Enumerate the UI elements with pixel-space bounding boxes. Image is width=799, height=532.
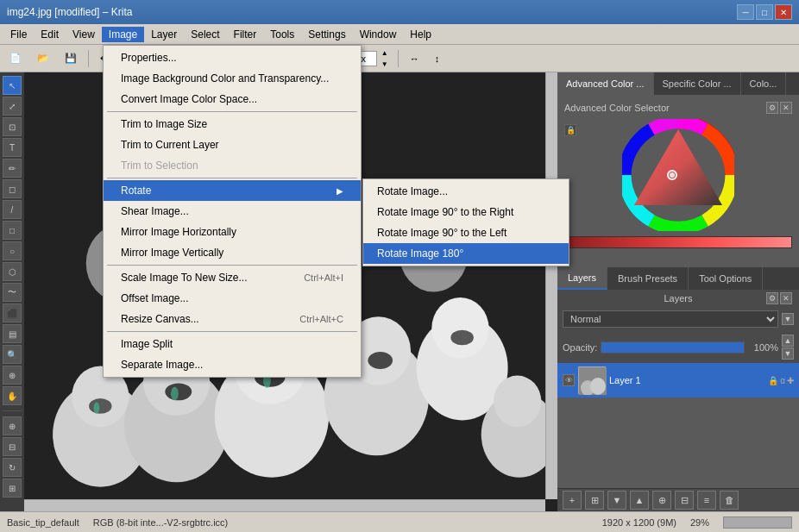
menu-file[interactable]: File: [3, 27, 34, 42]
submenu-rotate-90-left[interactable]: Rotate Image 90° to the Left: [363, 222, 569, 243]
resize-shortcut: Ctrl+Alt+C: [299, 314, 343, 324]
menu-settings[interactable]: Settings: [301, 27, 352, 42]
mirror-h-button[interactable]: ↔: [404, 47, 425, 70]
svg-point-18: [450, 330, 473, 346]
submenu-rotate-90-right[interactable]: Rotate Image 90° to the Right: [363, 202, 569, 222]
menu-layer[interactable]: Layer: [144, 27, 184, 42]
save-button[interactable]: 💾: [59, 47, 83, 70]
size-down-button[interactable]: ▼: [381, 59, 393, 69]
open-button[interactable]: 📂: [31, 47, 55, 70]
submenu-rotate-image[interactable]: Rotate Image...: [363, 181, 569, 202]
tool-line[interactable]: /: [3, 200, 22, 219]
tool-extra2[interactable]: ⊟: [3, 437, 22, 456]
layer-merge-button[interactable]: ⊟: [675, 491, 694, 510]
menu-item-trim-layer[interactable]: Trim to Current Layer: [104, 135, 361, 155]
blend-mode-arrow[interactable]: ▼: [782, 313, 794, 325]
color-wheel-svg: [622, 119, 734, 231]
menu-item-trim-image[interactable]: Trim to Image Size: [104, 114, 361, 135]
mirror-v-button[interactable]: ↕: [429, 47, 446, 70]
tool-freehand[interactable]: 〜: [3, 283, 22, 302]
menu-item-separate-image[interactable]: Separate Image...: [104, 354, 361, 375]
color-panel-settings[interactable]: ⚙: [766, 102, 778, 114]
svg-point-17: [431, 297, 488, 359]
tool-eraser[interactable]: ◻: [3, 179, 22, 198]
tab-brush-presets[interactable]: Brush Presets: [607, 267, 689, 290]
tab-color-extra[interactable]: Colo...: [741, 72, 787, 95]
opacity-row: Opacity: 100% ▲ ▼: [557, 331, 799, 363]
color-lock-button[interactable]: 🔒: [564, 124, 576, 136]
tab-tool-options[interactable]: Tool Options: [689, 267, 763, 290]
layers-settings-button[interactable]: ⚙: [766, 292, 778, 304]
menu-sep-2: [107, 178, 357, 178]
tool-gradient[interactable]: ▤: [3, 324, 22, 343]
menu-item-properties[interactable]: Properties...: [104, 47, 361, 68]
tool-extra3[interactable]: ↻: [3, 458, 22, 477]
tool-cursor[interactable]: ↖: [3, 76, 22, 95]
minimize-button[interactable]: ─: [737, 4, 754, 20]
canvas-scrollbar-vertical[interactable]: [545, 72, 557, 499]
submenu-rotate-180[interactable]: Rotate Image 180°: [363, 243, 569, 264]
tool-polygon[interactable]: ⬡: [3, 262, 22, 281]
tool-extra1[interactable]: ⊕: [3, 416, 22, 435]
menu-help[interactable]: Help: [403, 27, 438, 42]
layer-group-button[interactable]: ⊞: [585, 491, 604, 510]
tool-extra4[interactable]: ⊞: [3, 479, 22, 498]
menu-item-scale[interactable]: Scale Image To New Size... Ctrl+Alt+I: [104, 267, 361, 288]
menu-select[interactable]: Select: [184, 27, 226, 42]
layer-icon-plus: ✚: [787, 376, 794, 385]
tool-fill[interactable]: ⬛: [3, 304, 22, 322]
menu-image[interactable]: Image: [102, 27, 144, 42]
tool-paint[interactable]: ✏: [3, 159, 22, 178]
menu-item-rotate[interactable]: Rotate ▶ Rotate Image... Rotate Image 90…: [104, 180, 361, 201]
menu-window[interactable]: Window: [353, 27, 404, 42]
layer-visibility-icon[interactable]: 👁: [563, 374, 575, 386]
status-zoom: 29%: [690, 517, 709, 528]
menu-item-offset[interactable]: Offset Image...: [104, 288, 361, 309]
menu-item-trim-selection[interactable]: Trim to Selection: [104, 155, 361, 176]
menu-edit[interactable]: Edit: [34, 27, 66, 42]
size-up-button[interactable]: ▲: [381, 47, 393, 58]
tool-ellipse[interactable]: ○: [3, 241, 22, 260]
blend-mode-select[interactable]: Normal: [563, 310, 778, 328]
tab-layers[interactable]: Layers: [557, 267, 607, 290]
tool-color-picker[interactable]: 🔍: [3, 345, 22, 364]
opacity-slider[interactable]: [601, 341, 745, 354]
tool-hand[interactable]: ✋: [3, 386, 22, 405]
tool-crop[interactable]: ⊡: [3, 117, 22, 136]
menu-item-image-split[interactable]: Image Split: [104, 334, 361, 354]
layer-add-button[interactable]: +: [563, 491, 582, 510]
new-button[interactable]: 📄: [3, 47, 28, 70]
opacity-row-label: Opacity:: [563, 342, 597, 353]
zoom-slider[interactable]: [723, 516, 792, 529]
menu-item-convert-color[interactable]: Convert Image Color Space...: [104, 89, 361, 110]
layer-properties-button[interactable]: ≡: [697, 491, 716, 510]
color-wheel-area[interactable]: [622, 119, 734, 231]
menu-item-shear[interactable]: Shear Image...: [104, 201, 361, 222]
layers-close-button[interactable]: ✕: [780, 292, 792, 304]
layer-down-button[interactable]: ▼: [607, 491, 626, 510]
menu-tools[interactable]: Tools: [263, 27, 301, 42]
maximize-button[interactable]: □: [756, 4, 773, 20]
menu-item-resize-canvas[interactable]: Resize Canvas... Ctrl+Alt+C: [104, 309, 361, 329]
tool-transform[interactable]: ⤢: [3, 97, 22, 116]
menu-view[interactable]: View: [66, 27, 102, 42]
tool-rectangle[interactable]: □: [3, 221, 22, 240]
tab-specific-color[interactable]: Specific Color ...: [654, 72, 741, 95]
canvas-scrollbar-horizontal[interactable]: [24, 499, 545, 511]
opacity-down-btn[interactable]: ▼: [782, 347, 794, 360]
color-hue-strip[interactable]: [564, 236, 792, 248]
menu-item-mirror-v[interactable]: Mirror Image Vertically: [104, 242, 361, 263]
menu-item-bg-color[interactable]: Image Background Color and Transparency.…: [104, 68, 361, 89]
layer-copy-button[interactable]: ⊕: [652, 491, 671, 510]
menu-filter[interactable]: Filter: [227, 27, 264, 42]
opacity-up-btn[interactable]: ▲: [782, 335, 794, 347]
close-button[interactable]: ✕: [775, 4, 792, 20]
tool-text[interactable]: T: [3, 138, 22, 157]
layer-delete-button[interactable]: 🗑: [720, 491, 739, 510]
tab-advanced-color[interactable]: Advanced Color ...: [557, 72, 654, 95]
color-panel-close[interactable]: ✕: [780, 102, 792, 114]
layer-up-button[interactable]: ▲: [630, 491, 649, 510]
tool-zoom[interactable]: ⊕: [3, 366, 22, 385]
menu-item-mirror-h[interactable]: Mirror Image Horizontally: [104, 222, 361, 242]
layer-item[interactable]: 👁 Layer 1 🔒 α ✚: [557, 363, 799, 397]
